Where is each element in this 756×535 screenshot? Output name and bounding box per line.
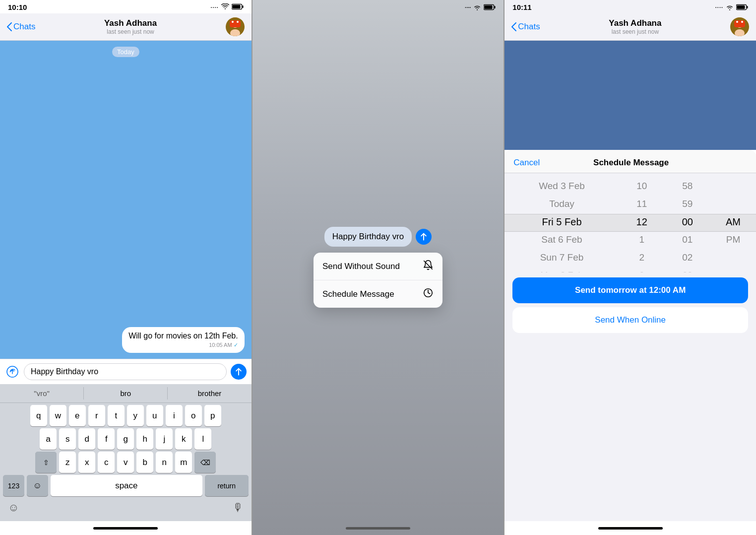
picker-ampm-6[interactable] [710,267,756,272]
picker-ampm-2[interactable] [710,195,756,213]
key-n[interactable]: n [156,452,173,473]
picker-col-hour[interactable]: 9 10 11 12 1 2 3 [619,173,665,272]
signal-3: ···· [715,4,723,10]
picker-ampm-0[interactable] [710,173,756,177]
key-l[interactable]: l [194,428,211,450]
picker-ampm-1[interactable] [710,177,756,195]
picker-hour-0[interactable]: 9 [619,173,665,177]
key-i[interactable]: i [166,405,183,426]
picker-col-date[interactable]: Tue 2 Feb Wed 3 Feb Today Fri 5 Feb Sat … [504,173,619,272]
emoji-toolbar-icon[interactable]: ☺ [8,501,19,514]
key-p[interactable]: p [204,405,221,426]
date-time-picker[interactable]: Tue 2 Feb Wed 3 Feb Today Fri 5 Feb Sat … [504,173,756,272]
key-h[interactable]: h [136,428,153,450]
key-v[interactable]: v [117,452,134,473]
picker-date-0[interactable]: Tue 2 Feb [504,173,619,177]
key-z[interactable]: z [59,452,76,473]
key-u[interactable]: u [146,405,163,426]
picker-min-5[interactable]: 02 [665,249,710,267]
back-button-1[interactable]: Chats [7,22,35,32]
status-icons-3: ···· [715,4,748,10]
key-return[interactable]: return [205,475,249,496]
picker-date-6[interactable]: Mon 8 Feb [504,267,619,272]
key-m[interactable]: m [175,452,192,473]
picker-date-1[interactable]: Wed 3 Feb [504,177,619,195]
svg-rect-21 [734,20,745,27]
picker-date-4[interactable]: Sat 6 Feb [504,231,619,249]
menu-label-schedule-message: Schedule Message [322,289,394,299]
back-button-3[interactable]: Chats [511,22,540,32]
avatar-1[interactable] [226,17,245,36]
key-o[interactable]: o [185,405,202,426]
signal-2: ···· [465,4,471,10]
key-b[interactable]: b [136,452,153,473]
picker-min-1[interactable]: 58 [665,177,710,195]
autocorrect-2[interactable]: bro [84,387,168,400]
picker-hour-3[interactable]: 12 [619,213,665,231]
wifi-icon-2 [473,4,481,10]
picker-hour-4[interactable]: 1 [619,231,665,249]
message-input-1[interactable]: Happy Birthday vro [24,363,227,380]
kb-row-4: 123 ☺ space return [3,475,249,496]
key-e[interactable]: e [69,405,86,426]
key-s[interactable]: s [59,428,76,450]
picker-col-min[interactable]: 57 58 59 00 01 02 03 [665,173,710,272]
picker-hour-6[interactable]: 3 [619,267,665,272]
key-x[interactable]: x [78,452,95,473]
picker-min-0[interactable]: 57 [665,173,710,177]
key-a[interactable]: a [40,428,57,450]
attach-button[interactable] [5,364,20,379]
chat-area-1: Today Will go for movies on 12th Feb. 10… [0,41,252,359]
wifi-icon-1 [221,3,229,11]
picker-min-4[interactable]: 01 [665,231,710,249]
svg-point-23 [741,21,743,23]
picker-ampm-4[interactable]: PM [710,231,756,249]
bell-off-icon [423,260,434,273]
mic-toolbar-icon[interactable]: 🎙 [233,501,244,514]
picker-hour-1[interactable]: 10 [619,177,665,195]
key-k[interactable]: k [175,428,192,450]
menu-item-schedule-message[interactable]: Schedule Message [314,280,442,308]
kb-row-1: q w e r t y u i o p [3,405,249,426]
picker-date-5[interactable]: Sun 7 Feb [504,249,619,267]
key-shift[interactable]: ⇧ [35,452,57,473]
autocorrect-1[interactable]: "vro" [0,387,84,400]
key-y[interactable]: y [127,405,144,426]
key-w[interactable]: w [50,405,66,426]
autocorrect-3[interactable]: brother [168,387,251,400]
picker-hour-2[interactable]: 11 [619,195,665,213]
key-emoji[interactable]: ☺ [27,475,48,496]
picker-col-ampm[interactable]: AM PM [710,173,756,272]
key-j[interactable]: j [156,428,173,450]
picker-date-2[interactable]: Today [504,195,619,213]
context-menu: Send Without Sound Schedule Message [314,253,442,308]
cancel-button[interactable]: Cancel [513,158,540,168]
key-num[interactable]: 123 [3,475,24,496]
picker-min-2[interactable]: 59 [665,195,710,213]
key-q[interactable]: q [30,405,47,426]
svg-rect-12 [495,6,496,8]
svg-point-8 [237,21,239,23]
key-r[interactable]: r [88,405,105,426]
picker-ampm-3[interactable]: AM [710,213,756,231]
send-schedule-button[interactable]: Send tomorrow at 12:00 AM [512,277,748,303]
send-button-1[interactable] [231,364,247,380]
picker-min-3[interactable]: 00 [665,213,710,231]
key-space[interactable]: space [51,475,202,496]
key-f[interactable]: f [98,428,115,450]
key-d[interactable]: d [78,428,95,450]
send-online-button[interactable]: Send When Online [512,307,748,333]
key-t[interactable]: t [108,405,125,426]
picker-hour-5[interactable]: 2 [619,249,665,267]
menu-item-send-without-sound[interactable]: Send Without Sound [314,253,442,280]
avatar-3[interactable] [730,17,749,36]
send-button-2[interactable] [416,229,432,245]
key-c[interactable]: c [98,452,115,473]
screen2-context-menu: 10:10 ···· Happy Birthday vro [252,0,504,535]
nav-bar-1: Chats Yash Adhana last seen just now [0,13,252,41]
picker-min-6[interactable]: 03 [665,267,710,272]
picker-date-3[interactable]: Fri 5 Feb [504,213,619,231]
picker-ampm-5[interactable] [710,249,756,267]
key-delete[interactable]: ⌫ [194,452,216,473]
key-g[interactable]: g [117,428,134,450]
